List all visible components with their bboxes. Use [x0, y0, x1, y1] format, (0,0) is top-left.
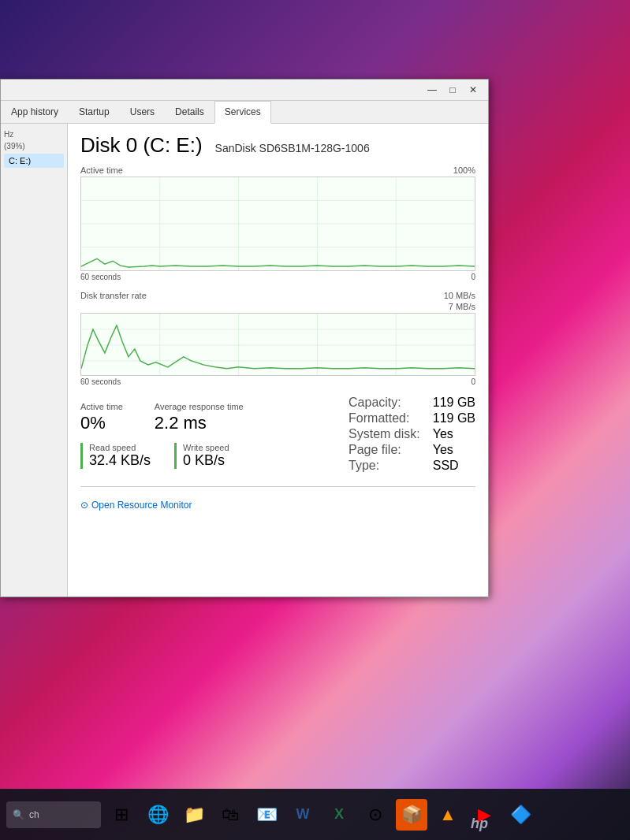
transfer-rate-min: 0	[471, 377, 475, 386]
taskbar-word[interactable]: W	[287, 799, 319, 831]
system-disk-value: Yes	[433, 427, 475, 441]
transfer-rate-second: 7 MB/s	[449, 302, 475, 311]
maximize-button[interactable]: □	[444, 83, 461, 97]
transfer-rate-chart	[80, 313, 475, 376]
active-time-stat-label: Active time	[80, 402, 123, 411]
formatted-label: Formatted:	[349, 411, 420, 426]
sidebar-disk-item[interactable]: C: E:)	[4, 154, 64, 168]
tab-app-history[interactable]: App history	[1, 101, 69, 123]
sidebar-hz-label: Hz	[4, 130, 64, 139]
active-time-label-row: Active time 100%	[80, 165, 475, 175]
minimize-button[interactable]: —	[423, 83, 441, 97]
formatted-value: 119 GB	[433, 411, 475, 426]
search-box[interactable]: 🔍 ch	[6, 801, 101, 828]
taskbar-app2[interactable]: ▲	[432, 799, 464, 831]
taskbar-mail[interactable]: 📧	[251, 799, 282, 831]
active-time-label: Active time	[80, 165, 123, 175]
write-speed-group: Write speed 0 KB/s	[174, 443, 229, 469]
search-text: ch	[29, 809, 39, 820]
system-disk-label: System disk:	[349, 427, 420, 441]
transfer-rate-svg	[81, 314, 475, 376]
transfer-rate-max: 10 MB/s	[444, 291, 475, 300]
disk-info-grid: Capacity: 119 GB Formatted: 119 GB Syste…	[349, 396, 475, 473]
active-time-stat: Active time 0%	[80, 402, 123, 433]
disk-model: SanDisk SD6SB1M-128G-1006	[215, 142, 370, 154]
sidebar-pct-label: (39%)	[4, 142, 64, 151]
read-speed-group: Read speed 32.4 KB/s	[80, 443, 151, 469]
transfer-time-label: 60 seconds	[80, 377, 121, 386]
tabs-bar: App history Startup Users Details Servic…	[1, 101, 488, 124]
write-speed-label: Write speed	[183, 443, 229, 452]
tab-users[interactable]: Users	[120, 101, 165, 123]
read-speed-label: Read speed	[89, 443, 151, 452]
avg-response-stat: Average response time 2.2 ms	[155, 402, 244, 433]
capacity-value: 119 GB	[433, 396, 475, 410]
tab-startup[interactable]: Startup	[69, 101, 120, 123]
resource-monitor-icon: ⊙	[80, 500, 88, 511]
type-value: SSD	[433, 459, 475, 473]
avg-response-label: Average response time	[155, 402, 244, 411]
active-time-min: 0	[471, 273, 475, 281]
taskbar-excel[interactable]: X	[323, 799, 355, 831]
page-file-label: Page file:	[349, 443, 420, 457]
task-manager-window: — □ ✕ App history Startup Users Details …	[0, 79, 489, 597]
type-label: Type:	[349, 459, 420, 473]
open-resource-monitor-link[interactable]: ⊙ Open Resource Monitor	[80, 500, 475, 511]
disk-title: Disk 0 (C: E:)	[80, 133, 203, 158]
tab-services[interactable]: Services	[214, 101, 271, 124]
write-speed-value: 0 KB/s	[183, 452, 229, 469]
page-file-value: Yes	[433, 443, 475, 457]
search-icon: 🔍	[13, 809, 24, 820]
transfer-rate-label-row: Disk transfer rate 10 MB/s	[80, 291, 475, 300]
taskbar-edge[interactable]: 🌐	[142, 799, 173, 831]
stats-info-area: Active time 0% Average response time 2.2…	[80, 396, 475, 478]
taskbar-store[interactable]: 🛍	[214, 799, 246, 831]
taskbar: 🔍 ch ⊞ 🌐 📁 🛍 📧 W X ⊙ 📦 ▲ ▶ 🔷 hp	[0, 789, 630, 840]
content-area: Hz (39%) C: E:) Disk 0 (C: E:) SanDisk S…	[1, 124, 488, 597]
taskbar-app3[interactable]: 🔷	[505, 799, 536, 831]
capacity-label: Capacity:	[349, 396, 420, 410]
active-time-stat-value: 0%	[80, 413, 123, 433]
taskbar-chrome[interactable]: ⊙	[360, 799, 391, 831]
active-time-section: Active time 100%	[80, 165, 475, 281]
taskbar-task-view[interactable]: ⊞	[106, 799, 137, 831]
read-speed-value: 32.4 KB/s	[89, 452, 151, 469]
active-time-max: 100%	[453, 165, 475, 175]
stats-left: Active time 0% Average response time 2.2…	[80, 396, 244, 478]
active-time-chart	[80, 177, 475, 271]
taskbar-explorer[interactable]: 📁	[178, 799, 210, 831]
stats-row: Active time 0% Average response time 2.2…	[80, 402, 244, 433]
resource-monitor-label: Open Resource Monitor	[91, 500, 192, 511]
transfer-rate-section: Disk transfer rate 10 MB/s 7 MB/s	[80, 291, 475, 386]
avg-response-value: 2.2 ms	[155, 413, 244, 433]
hp-logo: hp	[471, 816, 488, 832]
transfer-rate-label: Disk transfer rate	[80, 291, 147, 300]
active-time-svg	[81, 177, 475, 270]
tab-details[interactable]: Details	[165, 101, 214, 123]
taskbar-app1[interactable]: 📦	[396, 799, 427, 831]
sidebar: Hz (39%) C: E:)	[1, 124, 68, 597]
active-time-x-label: 60 seconds	[80, 273, 121, 281]
close-button[interactable]: ✕	[464, 83, 482, 97]
title-bar: — □ ✕	[1, 80, 488, 101]
speed-row: Read speed 32.4 KB/s Write speed 0 KB/s	[80, 443, 244, 469]
main-panel: Disk 0 (C: E:) SanDisk SD6SB1M-128G-1006…	[68, 124, 488, 597]
disk-header: Disk 0 (C: E:) SanDisk SD6SB1M-128G-1006	[80, 133, 475, 158]
